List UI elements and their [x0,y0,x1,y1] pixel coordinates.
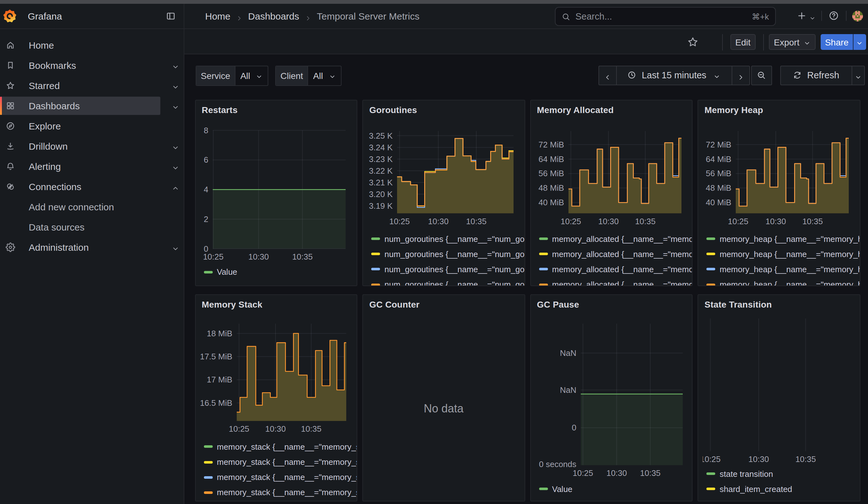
legend-item[interactable]: memory_stack {__name__="memory_s [195,454,356,470]
svg-text:10:25: 10:25 [728,217,748,226]
panel-legend: Value [195,265,356,286]
time-series-chart[interactable]: 0246810:2510:3010:35 [195,119,356,265]
sidebar-item-drilldown[interactable]: Drilldown [0,136,184,156]
grafana-logo-icon[interactable] [3,10,17,23]
time-series-chart[interactable]: NaNNaN00 seconds10:2510:3010:35 [530,313,692,482]
sidebar-item-data-sources[interactable]: Data sources [0,217,184,237]
time-series-chart[interactable]: 16.5 MiB17 MiB17.5 MiB18 MiB10:2510:3010… [195,313,356,439]
sidebar-item-starred[interactable]: Starred [0,75,184,96]
avatar[interactable] [852,10,862,21]
legend-item[interactable]: memory_stack {__name__="memory_s [195,439,356,454]
legend-series-color [371,268,380,271]
svg-text:16.5 MiB: 16.5 MiB [199,398,232,407]
legend-item[interactable]: Value [195,265,356,280]
legend-item[interactable]: memory_stack {__name__="memory_s [195,485,356,500]
sidebar-item-add-new-connection[interactable]: Add new connection [0,197,184,217]
legend-item[interactable]: num_goroutines {__name__="num_go [363,246,524,261]
panel-header[interactable]: Restarts [195,101,356,119]
svg-text:3.20 K: 3.20 K [369,189,393,199]
refresh-button[interactable]: Refresh [781,66,851,84]
legend-item[interactable]: memory_heap {__name__="memory_h [698,262,859,277]
panel-header[interactable]: GC Pause [530,295,692,313]
time-series-chart[interactable]: 40 MiB48 MiB56 MiB64 MiB72 MiB10:2510:30… [698,119,859,231]
chevron-down-icon[interactable] [172,142,179,150]
dock-menu-icon[interactable] [166,11,175,21]
time-series-chart[interactable]: 40 MiB48 MiB56 MiB64 MiB72 MiB10:2510:30… [530,119,692,231]
legend-item[interactable]: Value [530,482,692,497]
refresh-interval-button[interactable] [851,66,864,84]
panel-header[interactable]: GC Counter [363,295,524,313]
chevron-down-icon[interactable] [172,62,179,69]
legend-item[interactable]: memory_heap {__name__="memory_h [698,231,859,246]
time-shift-back-button[interactable] [599,66,616,84]
variable-value-dropdown[interactable]: All [308,66,341,85]
sidebar-item-alerting[interactable]: Alerting [0,156,184,176]
legend-series-color [706,268,715,271]
edit-button[interactable]: Edit [730,34,756,50]
legend-item[interactable]: memory_allocated {__name__="memo [530,231,692,246]
help-button[interactable] [822,11,846,21]
sidebar-item-bookmarks[interactable]: Bookmarks [0,55,184,75]
variable-label: Client [276,66,308,85]
panel-header[interactable]: Memory Allocated [530,101,692,119]
panel-header[interactable]: Memory Heap [698,101,859,119]
share-button[interactable]: Share [821,34,853,50]
new-button[interactable] [792,11,821,20]
time-series-chart[interactable]: 10:2510:3010:35 [698,313,859,466]
panel-memory-stack: Memory Stack16.5 MiB17 MiB17.5 MiB18 MiB… [195,294,357,502]
zoom-out-button[interactable] [751,65,772,85]
sidebar-item-home[interactable]: Home [0,35,184,55]
panel-header[interactable]: Memory Stack [195,295,356,313]
connections-icon [6,182,15,192]
legend-series-color [706,283,715,285]
chevron-down-icon[interactable] [172,102,179,110]
search-shortcut: ⌘+k [752,12,769,21]
svg-text:10:35: 10:35 [292,252,312,261]
legend-series-color [204,476,213,479]
legend-item[interactable]: memory_allocated {__name__="memo [530,246,692,261]
variable-value-dropdown[interactable]: All [235,66,268,85]
legend-series-label: num_goroutines {__name__="num_go [384,234,524,244]
breadcrumb-item: Temporal Server Metrics [317,10,420,21]
panel-memory-heap: Memory Heap40 MiB48 MiB56 MiB64 MiB72 Mi… [698,100,860,286]
refresh-group: Refresh [780,65,865,85]
chevron-down-icon[interactable] [172,82,179,89]
star-icon[interactable] [688,37,698,48]
chevron-down-icon [804,39,811,46]
legend-item[interactable]: state transition [698,466,859,481]
legend-item[interactable]: memory_stack {__name__="memory_s [195,470,356,485]
time-series-chart[interactable]: 3.19 K3.20 K3.21 K3.22 K3.23 K3.24 K3.25… [363,119,524,231]
legend-item[interactable]: shard_item_created [698,481,859,496]
svg-text:18 MiB: 18 MiB [206,328,232,338]
legend-item[interactable]: memory_allocated {__name__="memo [530,262,692,277]
chevron-down-icon[interactable] [172,244,179,251]
legend-item[interactable]: memory_allocated {__name__="memo [530,277,692,285]
sidebar-item-explore[interactable]: Explore [0,116,184,136]
legend-series-label: memory_stack {__name__="memory_s [217,442,356,452]
sidebar-item-connections[interactable]: Connections [0,176,184,197]
sidebar-item-dashboards[interactable]: Dashboards [0,96,184,116]
legend-item[interactable]: num_goroutines {__name__="num_go [363,231,524,246]
chevron-up-icon[interactable] [172,183,179,191]
time-shift-forward-button[interactable] [731,66,749,84]
svg-text:10:30: 10:30 [428,217,448,226]
sidebar-item-administration[interactable]: Administration [0,237,184,257]
time-range-picker[interactable]: Last 15 minutes [616,66,731,84]
legend-series-label: memory_stack {__name__="memory_s [217,488,356,497]
breadcrumb-item[interactable]: Dashboards [248,10,299,21]
breadcrumb-item[interactable]: Home [205,10,230,21]
svg-text:72 MiB: 72 MiB [706,140,731,150]
search-input[interactable]: Search... ⌘+k [555,7,776,26]
legend-item[interactable]: num_goroutines {__name__="num_go [363,277,524,285]
svg-text:6: 6 [204,155,208,165]
active-indicator [0,96,2,115]
export-button[interactable]: Export [769,34,816,50]
legend-item[interactable]: memory_heap {__name__="memory_h [698,246,859,261]
share-menu-button[interactable] [852,34,866,50]
panel-header[interactable]: State Transition [698,295,859,313]
legend-item[interactable]: num_goroutines {__name__="num_go [363,262,524,277]
legend-item[interactable]: memory_heap {__name__="memory_h [698,277,859,285]
panel-header[interactable]: Goroutines [363,101,524,119]
refresh-label: Refresh [807,70,839,80]
chevron-down-icon[interactable] [172,163,179,170]
